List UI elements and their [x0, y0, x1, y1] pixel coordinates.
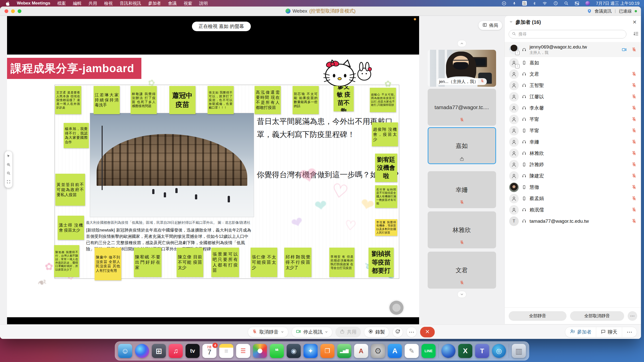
menu-item[interactable]: 說明	[199, 1, 208, 6]
dock-app-webex-meet[interactable]: ◎	[492, 344, 506, 358]
sticky-note[interactable]: 楊承旭，我覺得不行，我認為大家要國際合作	[64, 123, 89, 148]
sticky-note[interactable]: 趙俊翔 沒機會，疫苗太少	[372, 122, 398, 146]
muted-mic-icon[interactable]	[631, 139, 637, 145]
participant-row[interactable]: 慧徹	[505, 182, 641, 193]
sticky-note[interactable]: 張景業可以吧只要所有人都有打疫苗	[211, 248, 239, 277]
muted-mic-icon[interactable]	[631, 128, 637, 133]
close-window-button[interactable]	[5, 9, 8, 13]
dock-app-settings[interactable]: ⚙	[371, 344, 385, 358]
video-tile[interactable]: jen...（主持人，我）	[428, 50, 496, 87]
bluetooth-icon[interactable]	[533, 1, 536, 6]
dock-app-reminders[interactable]: ☰	[236, 344, 250, 358]
sticky-note[interactable]: 趙毓心 不太可能,因為雖然有疫苗可以打,但是大家也不敢打,只能保持現狀	[370, 88, 396, 112]
sticky-note[interactable]: 廖文敏 疫苗不夠	[334, 86, 354, 111]
record-button[interactable]: 錄製	[364, 327, 389, 337]
clock-menu-icon[interactable]	[553, 1, 558, 6]
menu-app-name[interactable]: Webex Meetings	[17, 1, 50, 6]
participants-toggle-button[interactable]: 參加者	[565, 327, 596, 337]
muted-mic-icon[interactable]	[631, 71, 637, 77]
unmute-all-button[interactable]: 全部取消靜音	[570, 311, 624, 321]
sticky-note[interactable]: 溫士得 沒機會 疫苗太少	[58, 216, 84, 240]
sticky-note[interactable]: 陳立偉 目前不可能 疫苗太少	[177, 248, 203, 277]
search-input[interactable]	[518, 32, 623, 37]
video-tile[interactable]: 林雅欣	[428, 211, 496, 248]
unmute-button[interactable]: 取消靜音	[248, 327, 288, 337]
muted-mic-icon[interactable]	[631, 218, 637, 224]
muted-mic-icon[interactable]	[631, 185, 637, 190]
participant-row[interactable]: 芊甯	[505, 114, 641, 125]
app-status-icon[interactable]	[585, 1, 590, 6]
input-method-icon[interactable]: 注	[522, 1, 527, 6]
filmstrip-scroll-down-button[interactable]	[457, 291, 466, 298]
stop-video-button[interactable]: 停止視訊	[292, 327, 332, 337]
reactions-button[interactable]	[392, 327, 403, 337]
dock-app-webex[interactable]	[441, 344, 456, 358]
dock-app-notes[interactable]: ≡	[219, 344, 233, 358]
more-options-button[interactable]: ⋯	[406, 327, 417, 337]
spotlight-search-icon[interactable]	[564, 1, 569, 6]
panel-collapse-icon[interactable]	[509, 20, 513, 25]
dock-app-music[interactable]: ♫	[169, 344, 183, 358]
sticky-note[interactable]: 劉宥廷 沒機會啦	[375, 154, 397, 182]
sticky-note[interactable]: 高泓偉還需要時間 現在不是所有人都敢打疫苗	[255, 86, 281, 114]
fit-to-window-icon[interactable]	[7, 180, 11, 185]
apple-logo-icon[interactable]	[6, 1, 10, 6]
control-center-icon[interactable]	[575, 1, 579, 6]
zoom-window-button[interactable]	[18, 9, 21, 13]
participant-row[interactable]: 賴泯儒	[505, 204, 641, 215]
video-options-chevron[interactable]	[325, 329, 328, 335]
menu-item[interactable]: 會議	[168, 1, 177, 6]
dock-app-trash[interactable]: ▥	[512, 344, 526, 358]
dock-app-calendar[interactable]: 7月74	[203, 344, 217, 358]
dock-app-app-store[interactable]: A	[388, 344, 402, 358]
muted-mic-icon[interactable]	[631, 173, 637, 178]
participant-row[interactable]: 李永馨	[505, 102, 641, 114]
leave-meeting-button[interactable]	[420, 327, 435, 337]
participant-row[interactable]: ↑jenny069@wagor.tc.edu.tw主持人，我	[505, 42, 641, 57]
sticky-note[interactable]: 陳勁嘉 我覺得不行，台灣人都不聽話，常常一堆人在外面趴趴走，覺得口罩戴好就好，所…	[54, 245, 79, 277]
chat-toggle-button[interactable]: 聊天	[596, 327, 622, 337]
muted-mic-icon[interactable]	[631, 47, 637, 52]
sticky-note[interactable]: 張仁偉 不太可能疫苗太少	[251, 248, 277, 277]
participant-row[interactable]: 文君	[505, 68, 641, 80]
video-tile[interactable]: 幸姍	[428, 171, 496, 208]
meeting-info-button[interactable]: 會議資訊	[595, 8, 612, 14]
participant-row[interactable]: ↑嘉如	[505, 57, 641, 68]
dock-app-launchpad[interactable]: ⊞	[152, 344, 166, 358]
muted-mic-icon[interactable]	[631, 207, 637, 212]
muted-mic-icon[interactable]	[631, 105, 637, 111]
dock-app-numbers[interactable]: ▂▅▇	[337, 344, 351, 358]
minimize-window-button[interactable]	[11, 9, 15, 13]
muted-mic-icon[interactable]	[631, 94, 637, 99]
dock-app-finder[interactable]: ☺	[118, 344, 132, 358]
close-panel-icon[interactable]: ✕	[632, 19, 637, 25]
zoom-out-icon[interactable]	[7, 171, 11, 176]
dock-app-messages[interactable]: ❝	[270, 344, 284, 358]
menu-item[interactable]: 共用	[89, 1, 97, 6]
dock-app-tv[interactable]: tv	[186, 344, 200, 358]
video-tile[interactable]: 文君	[428, 252, 496, 289]
dock-app-teams[interactable]: T	[475, 344, 489, 358]
menu-item[interactable]: 音訊和視訊	[120, 1, 141, 6]
muted-mic-icon[interactable]	[631, 162, 637, 167]
dock-app-line[interactable]: LINE	[422, 344, 436, 358]
sticky-note[interactable]: 蕭冠中 疫苗	[169, 86, 195, 114]
mute-all-button[interactable]: 全部靜音	[509, 311, 567, 321]
sticky-note[interactable]: 張文如 我覺得不可以，就算打了疫苗，也不可以放鬆戒備，也要戴口罩！！！	[208, 86, 234, 114]
participant-row[interactable]: 幸姍	[505, 136, 641, 148]
participant-row[interactable]: 王智聖	[505, 80, 641, 91]
dock-app-textedit[interactable]: ✎	[405, 344, 419, 358]
menu-item[interactable]: 視窗	[184, 1, 192, 6]
sticky-note[interactable]: 王芷柔 還是要看人民本身 但現在疫情都這樣了 還是一堆人在外面趴趴走	[55, 86, 81, 114]
participant-row[interactable]: Ttamada77@wagor.tc.edu.tw	[505, 215, 641, 227]
muted-mic-icon[interactable]	[631, 196, 637, 201]
participant-search[interactable]	[509, 30, 626, 38]
menu-item[interactable]: 編輯	[73, 1, 82, 6]
sticky-note[interactable]: 陳彙中 做不到沒疫苗 全部人民沒疫苗 其他人有打沒有用	[95, 248, 121, 280]
pointer-tool-icon[interactable]	[7, 154, 11, 159]
participant-row[interactable]: 蔡孟娟	[505, 193, 641, 204]
participant-row[interactable]: 許雅婷	[505, 159, 641, 170]
menu-item[interactable]: 檔案	[57, 1, 66, 6]
participant-row[interactable]: 林雅欣	[505, 148, 641, 159]
sticky-note[interactable]: 李翊安 有 但是前期必須嚴格的執行防疫政策 在等全台打完疫苗	[329, 248, 354, 277]
